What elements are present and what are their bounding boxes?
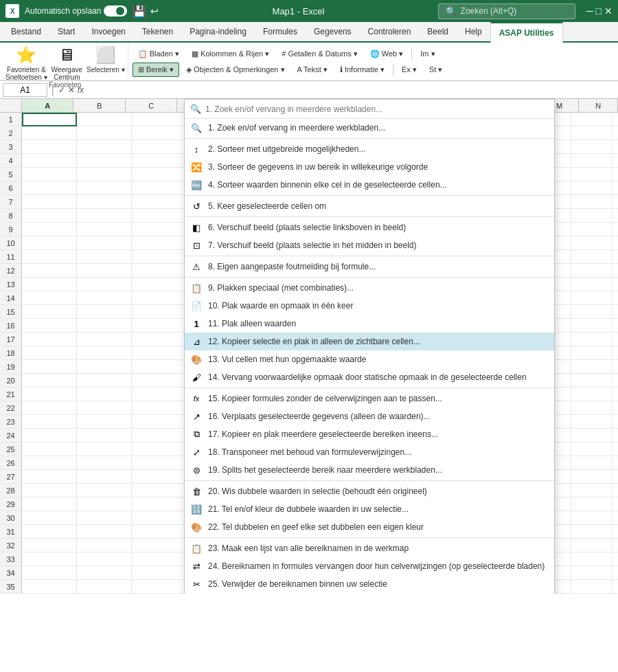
dropdown-item-8[interactable]: 📋9. Plakken speciaal (met combinaties)..…	[185, 279, 554, 297]
tab-invoegen[interactable]: Invoegen	[83, 21, 133, 41]
maximize-icon[interactable]: □	[596, 5, 602, 16]
cell-B16[interactable]	[77, 319, 132, 333]
cell-N18[interactable]	[613, 346, 618, 360]
tekst-btn[interactable]: A Tekst ▾	[292, 63, 333, 77]
dropdown-search-input[interactable]	[205, 104, 549, 114]
cell-C23[interactable]	[132, 415, 187, 429]
cell-N2[interactable]	[613, 126, 618, 140]
cell-C2[interactable]	[132, 126, 187, 140]
cell-C9[interactable]	[132, 223, 187, 236]
cell-B25[interactable]	[77, 443, 132, 456]
cell-A26[interactable]	[22, 456, 77, 470]
cell-N19[interactable]	[613, 360, 618, 374]
col-header-c[interactable]: C	[126, 99, 177, 112]
cell-B29[interactable]	[77, 497, 132, 511]
tab-beeld[interactable]: Beeld	[419, 21, 457, 41]
dropdown-item-2[interactable]: 🔀3. Sorteer de gegevens in uw bereik in …	[185, 158, 554, 176]
cell-C26[interactable]	[132, 456, 187, 470]
cell-N9[interactable]	[613, 223, 618, 236]
close-icon[interactable]: ✕	[604, 5, 613, 16]
cell-C16[interactable]	[132, 319, 187, 333]
row-header-16[interactable]: 16	[0, 319, 22, 333]
bladen-btn[interactable]: 📋 Bladen ▾	[133, 47, 185, 61]
cell-B9[interactable]	[77, 223, 132, 236]
cell-C18[interactable]	[132, 346, 187, 360]
cell-M18[interactable]	[571, 346, 613, 360]
row-header-22[interactable]: 22	[0, 401, 22, 415]
row-header-26[interactable]: 26	[0, 456, 22, 470]
undo-icon[interactable]: ↩	[150, 5, 159, 16]
cell-A17[interactable]	[22, 333, 77, 346]
dropdown-item-18[interactable]: ⊜19. Splits het geselecteerde bereik naa…	[185, 461, 554, 479]
save-icon[interactable]: 💾	[133, 5, 146, 18]
cell-N15[interactable]	[613, 305, 618, 319]
kolommen-rijen-btn[interactable]: ▦ Kolommen & Rijen ▾	[186, 47, 275, 61]
cell-A15[interactable]	[22, 305, 77, 319]
row-header-15[interactable]: 15	[0, 305, 22, 319]
dropdown-item-10[interactable]: 111. Plak alleen waarden	[185, 315, 554, 333]
informatie-btn[interactable]: ℹ Informatie ▾	[334, 63, 390, 77]
cell-A3[interactable]	[22, 140, 77, 154]
cell-C28[interactable]	[132, 484, 187, 497]
formula-input[interactable]	[87, 83, 615, 97]
cell-N34[interactable]	[613, 566, 618, 580]
row-header-25[interactable]: 25	[0, 443, 22, 456]
tab-gegevens[interactable]: Gegevens	[306, 21, 360, 41]
dropdown-item-9[interactable]: 📄10. Plak waarde en opmaak in één keer	[185, 297, 554, 315]
dropdown-item-21[interactable]: 🎨22. Tel dubbelen en geef elke set dubbe…	[185, 518, 554, 536]
cell-N31[interactable]	[613, 525, 618, 539]
row-header-23[interactable]: 23	[0, 415, 22, 429]
row-header-10[interactable]: 10	[0, 236, 22, 250]
selecteren-btn[interactable]: ⬜ Selecteren ▾	[87, 45, 125, 81]
dropdown-item-0[interactable]: 🔍1. Zoek en/of vervang in meerdere werkb…	[185, 119, 554, 137]
dropdown-item-24[interactable]: ✂25. Verwijder de bereiknamen binnen uw …	[185, 575, 554, 593]
cell-C14[interactable]	[132, 291, 187, 305]
cell-A32[interactable]	[22, 539, 77, 552]
dropdown-item-25[interactable]: ✂26. Verwijder alle bereiknamen in de ge…	[185, 593, 554, 594]
cell-B1[interactable]	[77, 113, 132, 126]
cell-A4[interactable]	[22, 154, 77, 168]
cell-A5[interactable]	[22, 168, 77, 181]
cell-B11[interactable]	[77, 250, 132, 264]
row-header-30[interactable]: 30	[0, 511, 22, 525]
row-header-17[interactable]: 17	[0, 333, 22, 346]
cell-N12[interactable]	[613, 264, 618, 278]
row-header-18[interactable]: 18	[0, 346, 22, 360]
cell-N17[interactable]	[613, 333, 618, 346]
formula-fx-icon[interactable]: fx	[78, 85, 84, 95]
tab-pagina-indeling[interactable]: Pagina-indeling	[181, 21, 255, 41]
cell-B35[interactable]	[77, 580, 132, 594]
tab-bestand[interactable]: Bestand	[3, 21, 49, 41]
cell-C32[interactable]	[132, 539, 187, 552]
cell-C21[interactable]	[132, 388, 187, 401]
cell-M24[interactable]	[571, 429, 613, 443]
cell-A27[interactable]	[22, 470, 77, 484]
cell-N20[interactable]	[613, 374, 618, 388]
cell-B10[interactable]	[77, 236, 132, 250]
cell-C6[interactable]	[132, 181, 187, 195]
row-header-34[interactable]: 34	[0, 566, 22, 580]
dropdown-item-1[interactable]: ↕2. Sorteer met uitgebreide mogelijkhede…	[185, 140, 554, 158]
row-header-11[interactable]: 11	[0, 250, 22, 264]
cell-A21[interactable]	[22, 388, 77, 401]
cell-N22[interactable]	[613, 401, 618, 415]
cell-M22[interactable]	[571, 401, 613, 415]
dropdown-item-4[interactable]: ↺5. Keer geselecteerde cellen om	[185, 197, 554, 215]
cell-A8[interactable]	[22, 209, 77, 223]
cell-M6[interactable]	[571, 181, 613, 195]
cell-B32[interactable]	[77, 539, 132, 552]
cell-C15[interactable]	[132, 305, 187, 319]
row-header-28[interactable]: 28	[0, 484, 22, 497]
formula-cross-icon[interactable]: ✕	[68, 85, 75, 95]
cell-M25[interactable]	[571, 443, 613, 456]
dropdown-item-7[interactable]: ⚠8. Eigen aangepaste foutmelding bij for…	[185, 258, 554, 276]
cell-N23[interactable]	[613, 415, 618, 429]
cell-N14[interactable]	[613, 291, 618, 305]
cell-M1[interactable]	[571, 113, 613, 126]
cell-M35[interactable]	[571, 580, 613, 594]
col-header-n[interactable]: N	[579, 99, 618, 112]
cell-N29[interactable]	[613, 497, 618, 511]
cell-C17[interactable]	[132, 333, 187, 346]
cell-B17[interactable]	[77, 333, 132, 346]
row-header-8[interactable]: 8	[0, 209, 22, 223]
